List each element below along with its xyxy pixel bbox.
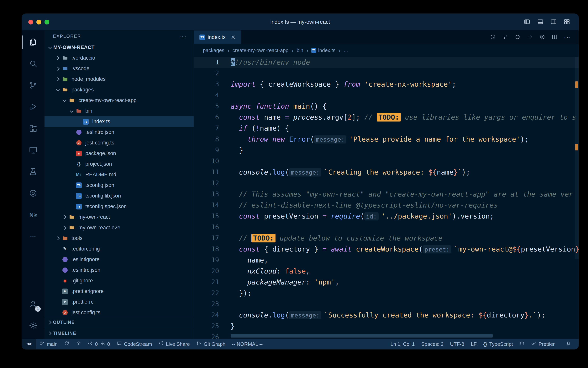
toolbar-compare-changes[interactable] [502, 34, 508, 41]
tree-item--vscode[interactable]: .vscode [44, 63, 194, 74]
code-line[interactable]: 4 [194, 90, 579, 101]
tree-item-jest-config-ts[interactable]: Jjest.config.ts [44, 307, 194, 317]
tree-item-my-own-react[interactable]: my-own-react [44, 212, 194, 222]
code-line[interactable]: 7 if (!name) { [194, 123, 579, 134]
status-sync-status[interactable] [61, 339, 73, 349]
tree-item-bin[interactable]: bin [44, 106, 194, 116]
status-live-share[interactable]: Live Share [155, 339, 193, 349]
status-encoding[interactable]: UTF-8 [447, 339, 468, 349]
tree-item-readme-md[interactable]: M↓README.md [44, 169, 194, 180]
activity-testing[interactable] [22, 161, 44, 183]
chevron-down-icon[interactable] [54, 84, 61, 95]
tree-item--verdaccio[interactable]: .verdaccio [44, 53, 194, 63]
code-line[interactable]: 6 const name = process.argv[2]; // TODO:… [194, 112, 579, 123]
tree-item--eslintrc-json[interactable]: .eslintrc.json [44, 265, 194, 276]
code-line[interactable]: 14 // eslint-disable-next-line @typescri… [194, 200, 579, 211]
chevron-right-icon[interactable] [61, 222, 68, 233]
tree-item--editorconfig[interactable]: ✎.editorconfig [44, 244, 194, 254]
activity-extensions[interactable] [22, 118, 44, 140]
section-outline[interactable]: OUTLINE [44, 317, 194, 328]
code-line[interactable]: 24 console.log(message:`Successfully cre… [194, 310, 579, 321]
code-line[interactable]: 25} [194, 321, 579, 331]
status-vim-mode[interactable]: -- NORMAL -- [229, 339, 266, 349]
status-git-branch[interactable]: main [36, 339, 61, 349]
chevron-right-icon[interactable] [54, 53, 61, 63]
status-language-mode[interactable]: {}TypeScript [480, 339, 516, 349]
tab-index-ts[interactable]: TS index.ts × [194, 30, 241, 44]
activity-nx-console[interactable]: N≥ [22, 204, 44, 226]
activity-source-control[interactable] [22, 75, 44, 96]
tree-item--eslintignore[interactable]: .eslintignore [44, 254, 194, 265]
activity-explorer[interactable] [22, 32, 44, 53]
tree-item-tsconfig-spec-json[interactable]: TStsconfig.spec.json [44, 201, 194, 212]
chevron-right-icon[interactable] [54, 63, 61, 74]
code-line[interactable]: 23 [194, 299, 579, 310]
status-eol[interactable]: LF [468, 339, 480, 349]
code-line[interactable]: 18 const { directory } = await createWor… [194, 244, 579, 255]
chevron-right-icon[interactable] [54, 74, 61, 84]
tree-item--prettierignore[interactable]: P.prettierignore [44, 286, 194, 297]
toolbar-open-changes[interactable] [527, 34, 533, 41]
tree-item-node-modules[interactable]: node_modules [44, 74, 194, 84]
status-codestream[interactable]: CodeStream [113, 339, 155, 349]
activity-settings[interactable] [22, 315, 44, 337]
tree-item-project-json[interactable]: {}project.json [44, 159, 194, 169]
tree-item--eslintrc-json[interactable]: .eslintrc.json [44, 127, 194, 138]
close-tab-icon[interactable]: × [231, 34, 235, 41]
chevron-down-icon[interactable] [61, 95, 68, 106]
activity-remote-explorer[interactable] [22, 140, 44, 161]
toolbar-toggle-blame[interactable] [515, 34, 521, 41]
horizontal-scrollbar[interactable] [231, 334, 493, 338]
tree-item-package-json[interactable]: npackage.json [44, 148, 194, 159]
code-line[interactable]: 2 [194, 68, 579, 79]
breadcrumb-symbol-path[interactable]: … [343, 47, 349, 54]
status-problems[interactable]: 00 [84, 339, 113, 349]
tree-item-my-own-react-e2e[interactable]: my-own-react-e2e [44, 222, 194, 233]
toolbar-split-editor[interactable] [552, 34, 558, 41]
status-notifications[interactable] [562, 339, 574, 349]
code-line[interactable]: 22 }); [194, 288, 579, 299]
code-line[interactable]: 8 throw new Error(message:'Please provid… [194, 134, 579, 145]
breadcrumb-create-my-own-react-app[interactable]: create-my-own-react-app [233, 47, 289, 54]
activity-search[interactable] [22, 53, 44, 75]
status-indentation[interactable]: Spaces: 2 [418, 339, 447, 349]
code-line[interactable]: 20 nxCloud: false, [194, 266, 579, 276]
code-line[interactable]: 15 const presetVersion = require(id:'../… [194, 211, 579, 222]
breadcrumb-packages[interactable]: packages [203, 47, 224, 54]
activity-run-debug[interactable] [22, 96, 44, 118]
tree-item-packages[interactable]: packages [44, 84, 194, 95]
layout-panel-button[interactable] [537, 18, 544, 26]
status-feedback[interactable] [516, 339, 528, 349]
tree-item-create-my-own-react-app[interactable]: create-my-own-react-app [44, 95, 194, 106]
status-remote-indicator[interactable]: >< [22, 339, 36, 349]
toolbar-run-file[interactable] [539, 34, 545, 41]
code-line[interactable]: 11 console.log(message:`Creating the wor… [194, 167, 579, 178]
chevron-right-icon[interactable] [61, 212, 68, 222]
breadcrumb-index-ts[interactable]: TSindex.ts [311, 47, 335, 54]
status-git-graph[interactable]: Git Graph [193, 339, 229, 349]
section-timeline[interactable]: TIMELINE [44, 328, 194, 339]
tree-item-tools[interactable]: tools [44, 233, 194, 244]
code-line[interactable]: 3import { createWorkspace } from 'create… [194, 79, 579, 90]
toolbar-more-actions[interactable]: ··· [564, 34, 571, 41]
close-button[interactable] [28, 20, 33, 25]
chevron-right-icon[interactable] [54, 233, 61, 244]
activity-gitlens[interactable] [22, 183, 44, 204]
zoom-button[interactable] [44, 20, 49, 25]
tree-item-tsconfig-lib-json[interactable]: TStsconfig.lib.json [44, 191, 194, 201]
explorer-more-actions-icon[interactable]: ··· [179, 33, 187, 40]
code-line[interactable]: 5async function main() { [194, 101, 579, 112]
code-line[interactable]: 17 // TODO: update below to customize th… [194, 233, 579, 244]
code-line[interactable]: 12 [194, 178, 579, 189]
chevron-down-icon[interactable] [68, 106, 75, 116]
tree-item-index-ts[interactable]: TSindex.ts [44, 116, 194, 127]
minimize-button[interactable] [36, 20, 41, 25]
status-cursor-position[interactable]: Ln 1, Col 1 [387, 339, 418, 349]
code-line[interactable]: 19 name, [194, 255, 579, 266]
status-gitlens-layers[interactable] [73, 339, 84, 349]
code-line[interactable]: 1#!/usr/bin/env node [194, 57, 579, 68]
code-line[interactable]: 16 [194, 222, 579, 233]
layout-sidebar-left-button[interactable] [524, 18, 530, 26]
code-line[interactable]: 21 packageManager: 'npm', [194, 276, 579, 288]
code-line[interactable]: 9 } [194, 145, 579, 156]
